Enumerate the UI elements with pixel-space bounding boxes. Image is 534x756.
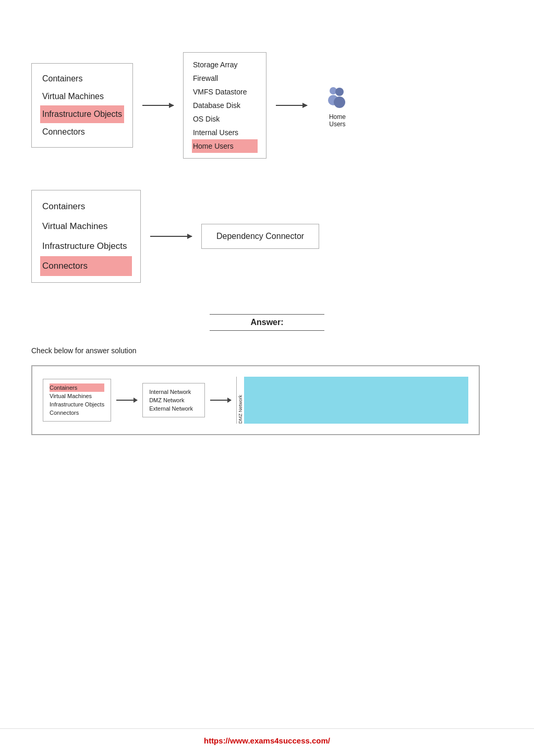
home-users-icon bbox=[322, 83, 353, 112]
dmz-network-label: DMZ Network bbox=[237, 377, 244, 424]
arrow-1 bbox=[142, 105, 174, 106]
answer-list-item: Infrastructure Objects bbox=[50, 400, 104, 409]
answer-left-list: Containers Virtual Machines Infrastructu… bbox=[43, 379, 111, 422]
answer-label: Answer: bbox=[31, 318, 503, 327]
list-item-highlighted: Infrastructure Objects bbox=[40, 105, 124, 123]
answer-arrow-2 bbox=[210, 400, 231, 401]
answer-arrow-1 bbox=[116, 400, 137, 401]
footer-link[interactable]: https://www.exams4success.com/ bbox=[204, 736, 330, 745]
list-item: Connectors bbox=[40, 123, 124, 141]
middle-list-item: VMFS Datastore bbox=[192, 85, 258, 99]
check-below-text: Check below for answer solution bbox=[31, 346, 503, 355]
svg-point-3 bbox=[334, 97, 345, 108]
section1: Containers Virtual Machines Infrastructu… bbox=[31, 52, 503, 159]
home-users-block: Home Users bbox=[322, 83, 353, 128]
section1-middle-list: Storage Array Firewall VMFS Datastore Da… bbox=[183, 52, 266, 159]
answer-divider-bottom bbox=[210, 330, 324, 331]
middle-list-item: Internal Users bbox=[192, 126, 258, 139]
middle-list-item: Firewall bbox=[192, 71, 258, 85]
answer-list-item: Containers bbox=[50, 383, 104, 392]
section2: Containers Virtual Machines Infrastructu… bbox=[31, 190, 503, 283]
answer-divider-top bbox=[210, 314, 324, 315]
arrow-2 bbox=[276, 105, 307, 106]
answer-list-item: Virtual Machines bbox=[50, 392, 104, 400]
answer-diagram: Containers Virtual Machines Infrastructu… bbox=[31, 365, 480, 435]
middle-list-item: OS Disk bbox=[192, 112, 258, 126]
list-item-highlighted: Connectors bbox=[40, 256, 132, 276]
middle-list-item: Storage Array bbox=[192, 58, 258, 71]
svg-point-2 bbox=[335, 88, 344, 96]
dependency-connector-box: Dependency Connector bbox=[201, 224, 319, 249]
middle-list-item-highlighted: Home Users bbox=[192, 139, 258, 153]
footer: https://www.exams4success.com/ bbox=[0, 728, 534, 746]
answer-list-item: Connectors bbox=[50, 409, 104, 417]
list-item: Virtual Machines bbox=[40, 217, 132, 236]
section1-left-list: Containers Virtual Machines Infrastructu… bbox=[31, 63, 133, 148]
answer-right-area bbox=[244, 377, 468, 424]
list-item: Infrastructure Objects bbox=[40, 236, 132, 256]
answer-middle-item: DMZ Network bbox=[149, 396, 198, 404]
home-users-label: Home Users bbox=[329, 113, 346, 128]
list-item: Virtual Machines bbox=[40, 88, 124, 105]
section2-left-list: Containers Virtual Machines Infrastructu… bbox=[31, 190, 141, 283]
arrow-line bbox=[142, 105, 174, 106]
list-item: Containers bbox=[40, 70, 124, 88]
answer-section: Answer: bbox=[31, 314, 503, 331]
middle-list-item: Database Disk bbox=[192, 99, 258, 112]
answer-middle-item: External Network bbox=[149, 404, 198, 413]
list-item: Containers bbox=[40, 197, 132, 217]
arrow-3 bbox=[150, 236, 192, 237]
answer-middle-item: Internal Network bbox=[149, 388, 198, 396]
arrow-line bbox=[276, 105, 307, 106]
arrow-line bbox=[150, 236, 192, 237]
answer-middle-list: Internal Network DMZ Network External Ne… bbox=[142, 383, 205, 417]
